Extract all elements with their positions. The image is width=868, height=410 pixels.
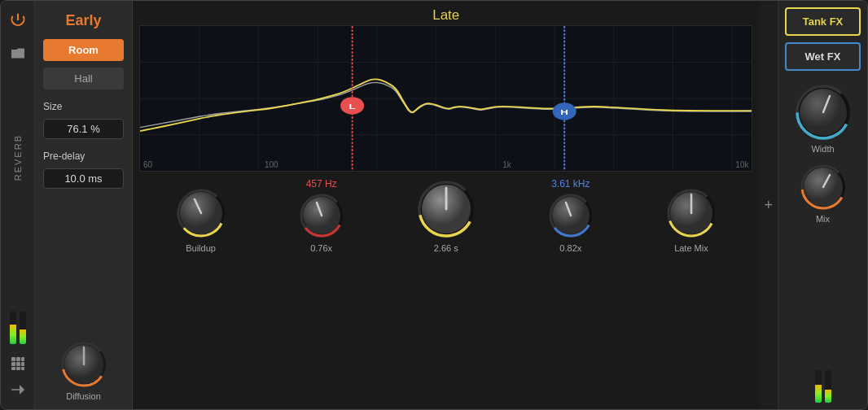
hall-button[interactable]: Hall: [43, 68, 124, 89]
latemix-group: Late Mix: [666, 188, 717, 253]
svg-rect-2: [21, 357, 24, 361]
plus-right-area: +: [759, 1, 778, 409]
high-freq-knob[interactable]: [548, 193, 594, 238]
predelay-label: Pre-delay: [43, 150, 124, 162]
tank-fx-button[interactable]: Tank FX: [785, 7, 861, 36]
left-sidebar: REVERB: [1, 1, 35, 409]
svg-rect-6: [11, 367, 15, 370]
early-panel: Early Room Hall Size 76.1 % Pre-delay 10…: [35, 1, 133, 409]
plugin-title: REVERB: [13, 134, 23, 181]
lowfreq-group: 457 Hz 0.76x: [299, 178, 344, 253]
decay-group: 2.66 s: [417, 180, 476, 253]
mix-label: Mix: [816, 214, 830, 224]
highfreq-group: 3.61 kHz 0.82x: [548, 178, 594, 253]
wet-fx-button[interactable]: Wet FX: [785, 42, 861, 71]
late-title: Late: [133, 1, 759, 25]
plus-right-button[interactable]: +: [761, 194, 776, 217]
buildup-label: Buildup: [186, 243, 216, 253]
frequency-display: L H 60 100 1k 10k: [139, 25, 752, 172]
vu-meter-left: [10, 312, 16, 344]
main-area: Late: [133, 1, 759, 409]
width-section: Width: [785, 84, 861, 154]
room-button[interactable]: Room: [43, 39, 124, 61]
buildup-knob[interactable]: [176, 188, 226, 238]
mix-knob[interactable]: [800, 164, 847, 211]
low-freq-knob[interactable]: [299, 193, 344, 238]
size-label: Size: [43, 101, 124, 112]
right-vu-meters: [785, 370, 861, 403]
buildup-group: Buildup: [176, 188, 226, 253]
diffusion-knob[interactable]: [60, 341, 107, 388]
svg-rect-1: [16, 357, 20, 361]
early-title: Early: [43, 9, 124, 33]
decay-knob[interactable]: [417, 180, 476, 238]
low-freq-label: 457 Hz: [306, 178, 337, 190]
svg-text:L: L: [349, 102, 356, 111]
predelay-value[interactable]: 10.0 ms: [43, 168, 124, 189]
svg-rect-8: [21, 367, 24, 370]
power-button[interactable]: [8, 11, 28, 30]
knobs-area: Buildup 457 Hz: [133, 172, 759, 260]
latemix-knob[interactable]: [666, 188, 717, 238]
svg-rect-5: [21, 362, 24, 366]
size-value[interactable]: 76.1 %: [43, 119, 124, 139]
arrow-icon[interactable]: [8, 380, 28, 399]
width-knob[interactable]: [795, 84, 852, 141]
svg-rect-4: [16, 362, 20, 366]
grid-icon[interactable]: [8, 354, 28, 373]
svg-rect-7: [16, 367, 20, 370]
freq-response-svg: L H: [140, 26, 752, 171]
svg-rect-3: [11, 362, 15, 366]
right-vu-right: [825, 370, 831, 403]
svg-rect-0: [11, 357, 15, 361]
vu-meter-right: [20, 312, 26, 344]
diffusion-section: Diffusion: [43, 334, 124, 401]
width-label: Width: [811, 144, 834, 154]
decay-label: 2.66 s: [434, 243, 458, 253]
folder-icon[interactable]: [8, 43, 28, 63]
high-freq-knob-label: 0.82x: [559, 243, 581, 253]
sidebar-bottom: [8, 312, 28, 399]
low-freq-knob-label: 0.76x: [310, 243, 332, 253]
diffusion-label: Diffusion: [66, 391, 101, 401]
right-panel: Tank FX Wet FX Width: [778, 1, 867, 409]
plugin-container: REVERB: [0, 0, 868, 410]
high-freq-label: 3.61 kHz: [551, 178, 590, 190]
right-vu-left: [815, 370, 822, 403]
svg-text:H: H: [560, 107, 568, 116]
latemix-label: Late Mix: [674, 243, 708, 253]
mix-section: Mix: [785, 164, 861, 224]
